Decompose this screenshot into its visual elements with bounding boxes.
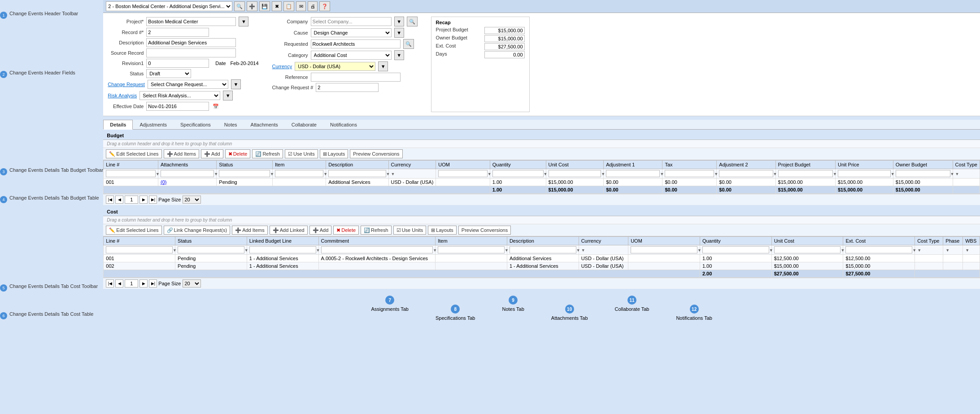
budget-next-page[interactable]: ▶ <box>139 196 148 204</box>
budget-page-size[interactable]: 20 50 100 <box>183 196 201 204</box>
status-select[interactable]: Draft <box>146 69 191 78</box>
change-request-num-input[interactable] <box>316 83 379 92</box>
project-input[interactable] <box>146 17 236 26</box>
cost-first-page[interactable]: |◀ <box>106 279 114 288</box>
cost-edit-selected-btn[interactable]: ✏️ Edit Selected Lines <box>106 226 161 235</box>
filter-unit-cost[interactable] <box>549 170 601 177</box>
cost-filter-status[interactable] <box>178 246 244 253</box>
budget-use-units-btn[interactable]: ☑ Use Units <box>285 149 318 158</box>
help-button[interactable]: ❓ <box>319 1 330 11</box>
budget-prev-page[interactable]: ◀ <box>115 196 123 204</box>
project-search-btn[interactable]: ▼ <box>239 17 248 26</box>
reference-input[interactable] <box>311 73 401 82</box>
cost-delete-btn[interactable]: ✖ Delete <box>333 226 359 235</box>
cost-prev-page[interactable]: ◀ <box>115 279 123 288</box>
company-dropdown-btn[interactable]: ▼ <box>394 17 404 26</box>
budget-page-input[interactable] <box>125 196 138 204</box>
cost-filter-description[interactable] <box>510 246 576 253</box>
cost-filter-linked-budget[interactable] <box>249 246 316 253</box>
cost-filter-uom[interactable] <box>631 246 697 253</box>
category-dropdown-btn[interactable]: ▼ <box>394 50 404 60</box>
budget-layouts-btn[interactable]: ⊞ Layouts <box>320 149 348 158</box>
save-button[interactable]: 💾 <box>259 1 270 11</box>
requested-input[interactable] <box>311 39 401 48</box>
budget-add-items-btn[interactable]: ➕ Add Items <box>164 149 200 158</box>
cost-page-size[interactable]: 20 50 100 <box>183 279 201 288</box>
cost-filter-commitment[interactable] <box>321 246 433 253</box>
cost-filter-quantity[interactable] <box>702 246 769 253</box>
copy-button[interactable]: 📋 <box>283 1 294 11</box>
filter-tax[interactable] <box>665 170 714 177</box>
new-button[interactable]: ➕ <box>247 1 257 11</box>
cost-filter-item[interactable] <box>438 246 505 253</box>
filter-adj2[interactable] <box>719 170 773 177</box>
cause-select[interactable]: Design Change <box>311 28 392 37</box>
currency-link[interactable]: Currency <box>272 64 292 69</box>
filter-item[interactable] <box>275 170 323 177</box>
budget-delete-btn[interactable]: ✖ Delete <box>225 149 251 158</box>
filter-quantity[interactable] <box>492 170 544 177</box>
delete-button[interactable]: ✖ <box>272 1 282 11</box>
cost-refresh-btn[interactable]: 🔄 Refresh <box>361 226 392 235</box>
tab-details[interactable]: Details <box>103 120 133 130</box>
tab-attachments[interactable]: Attachments <box>244 120 285 129</box>
change-request-select[interactable]: Select Change Request... <box>148 80 228 89</box>
cost-filter-line[interactable] <box>106 246 173 253</box>
change-request-link[interactable]: Change Request <box>108 82 145 87</box>
risk-analysis-select[interactable]: Select Risk Analysis... <box>139 91 220 100</box>
tab-notes[interactable]: Notes <box>218 120 244 129</box>
email-button[interactable]: ✉ <box>296 1 306 11</box>
record-input[interactable] <box>146 28 209 37</box>
cost-link-change-requests-btn[interactable]: 🔗 Link Change Request(s) <box>164 226 231 235</box>
cost-last-page[interactable]: ▶| <box>149 279 157 288</box>
cost-add-items-btn[interactable]: ➕ Add Items <box>232 226 268 235</box>
filter-uom[interactable] <box>438 170 487 177</box>
budget-edit-selected-btn[interactable]: ✏️ Edit Selected Lines <box>106 149 161 158</box>
filter-attachments[interactable] <box>161 170 214 177</box>
requested-search-btn[interactable]: 🔍 <box>403 39 414 49</box>
filter-project-budget[interactable] <box>778 170 833 177</box>
risk-analysis-dropdown-btn[interactable]: ▼ <box>223 91 233 100</box>
b-attachments[interactable]: (0) <box>161 179 166 185</box>
toolbar-dropdown[interactable]: 2 - Boston Medical Center - Additional D… <box>106 1 232 11</box>
tab-specifications[interactable]: Specifications <box>174 120 218 129</box>
cost-layouts-btn[interactable]: ⊞ Layouts <box>428 226 457 235</box>
filter-owner-budget[interactable] <box>896 170 950 177</box>
cost-page-input[interactable] <box>125 279 138 288</box>
filter-unit-price[interactable] <box>838 170 891 177</box>
print-button[interactable]: 🖨 <box>308 1 318 11</box>
cost-filter-unit-cost[interactable] <box>774 246 841 253</box>
filter-status[interactable] <box>219 170 270 177</box>
search-button[interactable]: 🔍 <box>234 1 245 11</box>
cause-dropdown-btn[interactable]: ▼ <box>394 28 404 38</box>
change-request-dropdown-btn[interactable]: ▼ <box>231 79 241 89</box>
calendar-icon[interactable]: 📅 <box>213 104 219 109</box>
company-search-btn[interactable]: 🔍 <box>407 17 418 26</box>
category-select[interactable]: Additional Cost <box>311 51 392 60</box>
budget-preview-conversions-btn[interactable]: Preview Conversions <box>350 149 402 158</box>
currency-select[interactable]: USD - Dollar (USA) <box>295 62 375 71</box>
effective-date-input[interactable] <box>146 102 209 111</box>
source-record-input[interactable] <box>146 48 236 57</box>
filter-description[interactable] <box>328 170 386 177</box>
tab-notifications[interactable]: Notifications <box>323 120 364 129</box>
company-input[interactable] <box>311 17 392 26</box>
description-input[interactable] <box>146 38 236 47</box>
cost-filter-ext-cost[interactable] <box>845 246 912 253</box>
revision-input[interactable] <box>146 59 209 68</box>
risk-analysis-link[interactable]: Risk Analysis <box>108 93 137 98</box>
budget-first-page[interactable]: |◀ <box>106 196 114 204</box>
budget-last-page[interactable]: ▶| <box>149 196 157 204</box>
cost-preview-conversions-btn[interactable]: Preview Conversions <box>458 226 511 235</box>
cost-next-page[interactable]: ▶ <box>139 279 148 288</box>
cost-add-linked-btn[interactable]: ➕ Add Linked <box>270 226 308 235</box>
currency-dropdown-btn[interactable]: ▼ <box>378 61 388 71</box>
filter-adj1[interactable] <box>606 170 660 177</box>
budget-add-btn[interactable]: ➕ Add <box>201 149 223 158</box>
budget-refresh-btn[interactable]: 🔄 Refresh <box>252 149 283 158</box>
filter-line[interactable] <box>106 170 156 177</box>
tab-adjustments[interactable]: Adjustments <box>133 120 174 129</box>
cost-use-units-btn[interactable]: ☑ Use Units <box>393 226 427 235</box>
cost-add-btn[interactable]: ➕ Add <box>309 226 332 235</box>
tab-collaborate[interactable]: Collaborate <box>285 120 323 129</box>
